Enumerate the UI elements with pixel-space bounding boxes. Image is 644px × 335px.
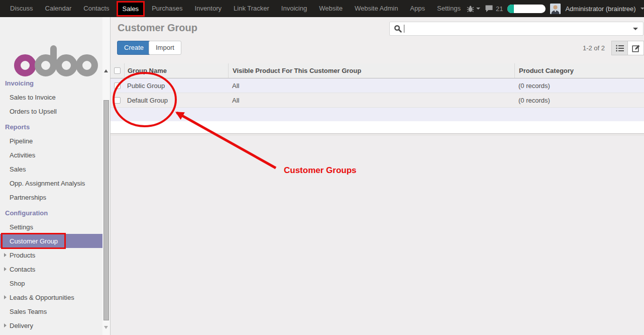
odoo-logo-o-magenta bbox=[14, 54, 36, 76]
select-all-checkbox[interactable] bbox=[114, 67, 121, 74]
create-button[interactable]: Create bbox=[117, 41, 151, 55]
list-icon bbox=[616, 45, 624, 52]
column-header-product-category[interactable]: Product Category bbox=[514, 63, 644, 78]
sidebar: Invoicing Sales to Invoice Orders to Ups… bbox=[0, 17, 111, 335]
search-filters-caret-icon[interactable] bbox=[633, 28, 638, 30]
odoo-logo-o2 bbox=[55, 54, 77, 76]
sidebar-item-shop[interactable]: Shop bbox=[0, 276, 102, 290]
sidebar-item-opp-assignment-analysis[interactable]: Opp. Assignment Analysis bbox=[0, 176, 102, 190]
bug-icon bbox=[467, 5, 474, 13]
search-bar[interactable] bbox=[389, 22, 643, 36]
expand-caret-icon bbox=[4, 267, 7, 271]
form-view-button[interactable] bbox=[627, 41, 644, 55]
nav-item-contacts[interactable]: Contacts bbox=[77, 0, 115, 17]
cell-visible-product: All bbox=[228, 97, 514, 104]
table-bottom-edge bbox=[111, 134, 644, 136]
sidebar-item-contacts[interactable]: Contacts bbox=[0, 262, 102, 276]
table-filler bbox=[111, 121, 644, 134]
sidebar-item-orders-to-upsell[interactable]: Orders to Upsell bbox=[0, 104, 102, 118]
planner-progress-bar[interactable] bbox=[507, 5, 546, 13]
sidebar-item-sales-to-invoice[interactable]: Sales to Invoice bbox=[0, 90, 102, 104]
nav-item-apps[interactable]: Apps bbox=[404, 0, 431, 17]
caret-down-icon[interactable] bbox=[640, 8, 644, 10]
messages-button[interactable] bbox=[485, 5, 493, 13]
nav-item-invoicing[interactable]: Invoicing bbox=[275, 0, 313, 17]
nav-item-link-tracker[interactable]: Link Tracker bbox=[228, 0, 275, 17]
sidebar-item-customer-group-selected[interactable]: Customer Group bbox=[0, 234, 102, 248]
sidebar-section-configuration: Configuration bbox=[0, 206, 102, 220]
sidebar-item-pipeline[interactable]: Pipeline bbox=[0, 134, 102, 148]
row-checkbox[interactable] bbox=[114, 82, 121, 89]
column-header-visible-product[interactable]: Visible Product For This Customer Group bbox=[228, 63, 514, 78]
scrollbar-thumb[interactable] bbox=[103, 100, 109, 320]
nav-item-discuss[interactable]: Discuss bbox=[4, 0, 39, 17]
sidebar-item-partnerships[interactable]: Partnerships bbox=[0, 190, 102, 204]
user-photo-icon bbox=[550, 4, 561, 14]
sidebar-item-label: Delivery bbox=[10, 322, 33, 329]
debug-menu-button[interactable] bbox=[467, 5, 480, 13]
magnifier-icon bbox=[394, 25, 402, 33]
page-title: Customer Group bbox=[118, 22, 197, 34]
table-row-default-group[interactable]: Default Group All (0 records) bbox=[111, 93, 644, 108]
edit-pencil-icon bbox=[632, 44, 640, 52]
nav-item-website-admin[interactable]: Website Admin bbox=[349, 0, 404, 17]
list-view-button[interactable] bbox=[611, 41, 628, 55]
sidebar-item-products[interactable]: Products bbox=[0, 248, 102, 262]
search-input[interactable] bbox=[407, 23, 633, 35]
cell-group-name: Public Group bbox=[124, 82, 228, 90]
sidebar-item-settings[interactable]: Settings bbox=[0, 220, 102, 234]
text-cursor bbox=[404, 25, 404, 33]
avatar[interactable] bbox=[550, 4, 561, 14]
cell-product-category: (0 records) bbox=[514, 82, 644, 90]
sidebar-item-label: Contacts bbox=[10, 266, 35, 273]
chat-bubble-icon bbox=[485, 5, 493, 13]
row-checkbox[interactable] bbox=[114, 97, 121, 104]
message-count-badge: 21 bbox=[496, 5, 503, 13]
scrollbar-down-arrow-icon[interactable] bbox=[104, 326, 108, 329]
nav-item-website[interactable]: Website bbox=[313, 0, 349, 17]
sidebar-section-invoicing: Invoicing bbox=[0, 76, 102, 90]
odoo-logo-d-ring bbox=[35, 54, 57, 76]
user-menu-button[interactable]: Administrator (braintree) bbox=[565, 5, 635, 13]
sidebar-item-leads-opportunities[interactable]: Leads & Opportunities bbox=[0, 290, 102, 304]
nav-item-sales-active[interactable]: Sales bbox=[117, 1, 145, 17]
top-navbar: Discuss Calendar Contacts Sales Purchase… bbox=[0, 0, 644, 17]
cell-product-category: (0 records) bbox=[514, 97, 644, 104]
import-button[interactable]: Import bbox=[149, 41, 181, 55]
sidebar-menu: Invoicing Sales to Invoice Orders to Ups… bbox=[0, 74, 102, 332]
cell-visible-product: All bbox=[228, 82, 514, 90]
odoo-logo-o3 bbox=[76, 54, 98, 76]
sidebar-item-label: Leads & Opportunities bbox=[10, 294, 74, 301]
nav-item-calendar[interactable]: Calendar bbox=[39, 0, 78, 17]
sidebar-item-label: Customer Group bbox=[10, 237, 58, 245]
cell-group-name: Default Group bbox=[124, 97, 228, 104]
column-header-group-name[interactable]: Group Name bbox=[124, 63, 228, 78]
caret-down-icon bbox=[476, 8, 480, 10]
sidebar-scrollbar bbox=[102, 17, 110, 335]
sidebar-item-delivery[interactable]: Delivery bbox=[0, 318, 102, 332]
odoo-app-window: Discuss Calendar Contacts Sales Purchase… bbox=[0, 0, 644, 335]
main-content: Customer Group Create Import 1-2 of 2 bbox=[111, 17, 644, 335]
sidebar-item-activities[interactable]: Activities bbox=[0, 148, 102, 162]
scrollbar-up-arrow-icon[interactable] bbox=[104, 69, 108, 72]
customer-group-list: Group Name Visible Product For This Cust… bbox=[111, 63, 644, 136]
expand-caret-icon bbox=[4, 323, 7, 327]
pager-range: 1-2 of 2 bbox=[583, 44, 605, 52]
sidebar-item-label: Products bbox=[10, 252, 35, 259]
expand-caret-icon bbox=[4, 253, 7, 257]
expand-caret-icon bbox=[4, 295, 7, 299]
table-header-row: Group Name Visible Product For This Cust… bbox=[111, 63, 644, 78]
nav-item-settings[interactable]: Settings bbox=[431, 0, 467, 17]
sidebar-item-sales[interactable]: Sales bbox=[0, 162, 102, 176]
odoo-logo[interactable] bbox=[14, 45, 99, 77]
navbar-right-cluster: 21 Administrator (braintree) bbox=[467, 4, 644, 14]
table-empty-stripe-row bbox=[111, 108, 644, 121]
sidebar-section-reports: Reports bbox=[0, 120, 102, 134]
table-row-public-group[interactable]: Public Group All (0 records) bbox=[111, 78, 644, 93]
nav-item-purchases[interactable]: Purchases bbox=[146, 0, 188, 17]
sidebar-item-sales-teams[interactable]: Sales Teams bbox=[0, 304, 102, 318]
control-panel: Customer Group Create Import 1-2 of 2 bbox=[111, 17, 644, 63]
view-switcher bbox=[611, 41, 644, 55]
nav-item-inventory[interactable]: Inventory bbox=[189, 0, 228, 17]
planner-progress-fill bbox=[507, 5, 514, 13]
